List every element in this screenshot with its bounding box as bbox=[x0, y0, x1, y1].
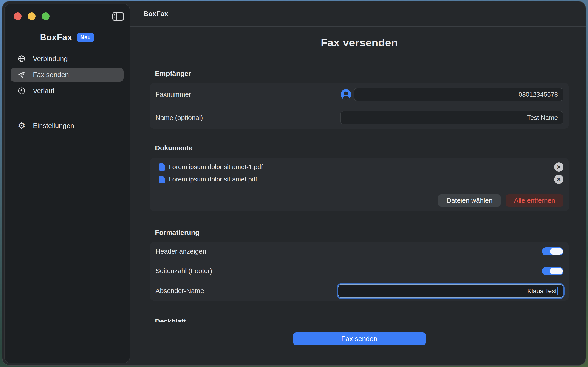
file-list: Lorem ipsum dolor sit amet-1.pdf × Lorem… bbox=[149, 158, 569, 186]
file-name: Lorem ipsum dolor sit amet-1.pdf bbox=[169, 163, 263, 171]
sidebar-item-verlauf[interactable]: Verlauf bbox=[10, 84, 124, 98]
sidebar-item-label: Verlauf bbox=[33, 87, 54, 95]
window-controls bbox=[14, 12, 50, 20]
sidebar-item-fax-senden[interactable]: Fax senden bbox=[10, 68, 124, 82]
sender-name-label: Absender-Name bbox=[156, 287, 204, 295]
sidebar-item-label: Verbindung bbox=[33, 55, 68, 63]
brand-row: BoxFax Neu bbox=[5, 33, 130, 42]
file-row: Lorem ipsum dolor sit amet-1.pdf × bbox=[149, 161, 569, 173]
sidebar-item-verbindung[interactable]: Verbindung bbox=[10, 52, 124, 66]
close-window-button[interactable] bbox=[14, 12, 22, 20]
sidebar-item-label: Einstellungen bbox=[33, 122, 74, 130]
choose-files-button[interactable]: Dateien wählen bbox=[438, 194, 501, 207]
sender-name-row: Absender-Name Klaus Test bbox=[149, 281, 569, 301]
remove-all-button[interactable]: Alle entfernen bbox=[506, 194, 563, 207]
formatting-card: Header anzeigen Seitenzahl (Footer) Abse… bbox=[149, 242, 569, 301]
footer-bar: Fax senden bbox=[149, 322, 569, 365]
document-icon bbox=[159, 176, 165, 183]
section-header-formatting: Formatierung bbox=[155, 229, 199, 236]
recipient-name-label: Name (optional) bbox=[156, 114, 203, 122]
app-window: BoxFax Neu Verbindung bbox=[2, 1, 586, 366]
sidebar-item-einstellungen[interactable]: ⚙ Einstellungen bbox=[10, 119, 124, 133]
document-icon bbox=[159, 163, 165, 171]
fax-number-label: Faxnummer bbox=[156, 91, 191, 98]
send-fax-button[interactable]: Fax senden bbox=[293, 332, 426, 345]
recipient-name-input[interactable]: Test Name bbox=[340, 111, 563, 124]
paperplane-icon bbox=[17, 71, 26, 79]
recipient-name-row: Name (optional) Test Name bbox=[149, 106, 569, 129]
contacts-icon[interactable] bbox=[340, 89, 351, 100]
gear-icon: ⚙ bbox=[17, 122, 26, 130]
documents-card: Lorem ipsum dolor sit amet-1.pdf × Lorem… bbox=[149, 158, 569, 211]
remove-file-button[interactable]: × bbox=[554, 162, 563, 172]
content-scroll[interactable]: Fax versenden Empfänger Faxnummer bbox=[130, 27, 586, 322]
document-actions: Dateien wählen Alle entfernen bbox=[149, 190, 569, 211]
file-row: Lorem ipsum dolor sit amet.pdf × bbox=[149, 173, 569, 186]
section-header-recipient: Empfänger bbox=[155, 70, 191, 77]
fax-number-input[interactable]: 03012345678 bbox=[354, 88, 563, 101]
new-badge: Neu bbox=[77, 33, 94, 42]
show-header-label: Header anzeigen bbox=[156, 248, 206, 255]
section-header-documents: Dokumente bbox=[155, 144, 192, 152]
show-header-row: Header anzeigen bbox=[149, 242, 569, 261]
main-area: BoxFax Fax versenden Empfänger Faxnummer bbox=[130, 1, 586, 365]
fax-number-value: 03012345678 bbox=[519, 91, 558, 98]
sidebar-toggle-icon bbox=[112, 12, 124, 21]
recipient-name-value: Test Name bbox=[527, 114, 558, 121]
text-cursor bbox=[557, 287, 558, 295]
show-header-toggle[interactable] bbox=[542, 248, 563, 255]
recipient-card: Faxnummer bbox=[149, 83, 569, 129]
sidebar-nav: Verbindung Fax senden bbox=[10, 52, 124, 98]
file-name: Lorem ipsum dolor sit amet.pdf bbox=[169, 176, 257, 183]
sidebar-toggle-button[interactable] bbox=[112, 12, 124, 21]
remove-file-button[interactable]: × bbox=[554, 175, 563, 184]
sender-name-value: Klaus Test bbox=[527, 287, 557, 295]
minimize-window-button[interactable] bbox=[28, 12, 36, 20]
sender-name-input[interactable]: Klaus Test bbox=[338, 284, 563, 298]
zoom-window-button[interactable] bbox=[42, 12, 50, 20]
sidebar: BoxFax Neu Verbindung bbox=[4, 4, 130, 363]
fax-number-row: Faxnummer bbox=[149, 83, 569, 106]
sidebar-item-label: Fax senden bbox=[33, 71, 69, 79]
clock-icon bbox=[17, 87, 26, 95]
window-title: BoxFax bbox=[143, 10, 168, 18]
section-header-cover: Deckblatt bbox=[155, 317, 186, 322]
page-title: Fax versenden bbox=[149, 36, 569, 49]
sidebar-divider bbox=[14, 109, 121, 109]
page-number-label: Seitenzahl (Footer) bbox=[156, 267, 212, 275]
app-brand: BoxFax bbox=[40, 33, 72, 42]
toggle-knob bbox=[550, 268, 563, 274]
page-number-row: Seitenzahl (Footer) bbox=[149, 261, 569, 281]
desktop: BoxFax Neu Verbindung bbox=[0, 0, 588, 367]
toolbar: BoxFax bbox=[130, 1, 586, 27]
page-number-toggle[interactable] bbox=[542, 267, 563, 275]
globe-icon bbox=[17, 55, 26, 63]
toggle-knob bbox=[550, 248, 563, 255]
